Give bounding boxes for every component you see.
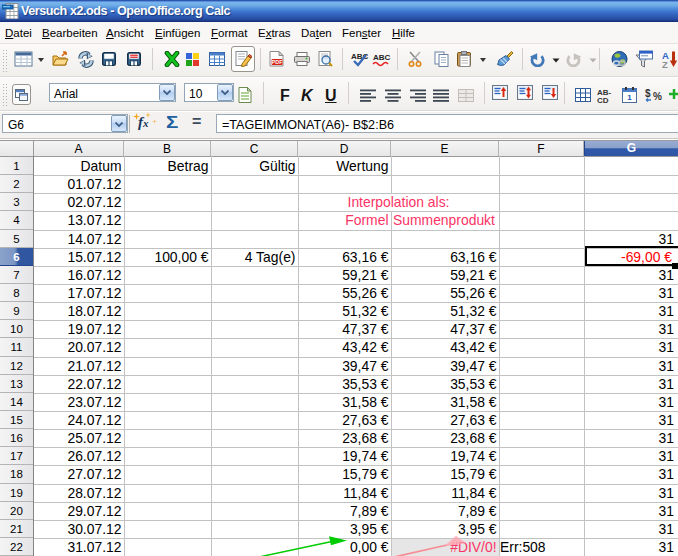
svg-text:Z: Z	[662, 59, 668, 69]
svg-text:%: %	[653, 91, 662, 102]
svg-text:PDF: PDF	[272, 59, 284, 65]
svg-text:$: $	[645, 88, 651, 99]
svg-text:CD: CD	[597, 96, 609, 103]
svg-text:1: 1	[627, 93, 632, 102]
svg-text:ABC: ABC	[373, 53, 391, 62]
